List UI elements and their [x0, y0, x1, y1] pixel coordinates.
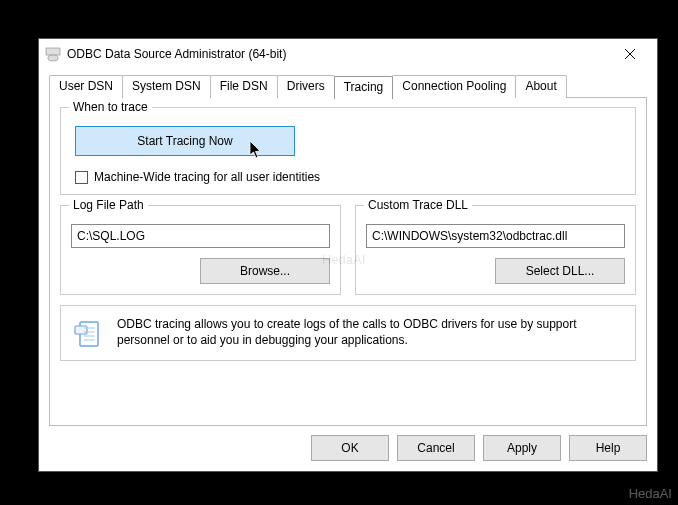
machine-wide-checkbox[interactable] — [75, 171, 88, 184]
start-tracing-button[interactable]: Start Tracing Now — [75, 126, 295, 156]
info-text: ODBC tracing allows you to create logs o… — [117, 316, 623, 348]
app-icon — [45, 46, 61, 62]
client-area: User DSN System DSN File DSN Drivers Tra… — [39, 69, 657, 471]
tab-file-dsn[interactable]: File DSN — [210, 75, 278, 98]
machine-wide-checkbox-row[interactable]: Machine-Wide tracing for all user identi… — [75, 170, 625, 184]
groupbox-custom-trace-dll: Custom Trace DLL Select DLL... — [355, 205, 636, 295]
groupbox-log-file-path: Log File Path Browse... — [60, 205, 341, 295]
window-title: ODBC Data Source Administrator (64-bit) — [67, 47, 609, 61]
custom-trace-dll-input[interactable] — [366, 224, 625, 248]
ok-button[interactable]: OK — [311, 435, 389, 461]
log-file-path-input[interactable] — [71, 224, 330, 248]
cancel-button[interactable]: Cancel — [397, 435, 475, 461]
browse-button[interactable]: Browse... — [200, 258, 330, 284]
groupbox-when-to-trace: When to trace Start Tracing Now Machine-… — [60, 107, 636, 195]
legend-when-to-trace: When to trace — [69, 100, 152, 114]
tab-system-dsn[interactable]: System DSN — [122, 75, 211, 98]
tab-tracing[interactable]: Tracing — [334, 76, 394, 99]
titlebar[interactable]: ODBC Data Source Administrator (64-bit) — [39, 39, 657, 69]
svg-rect-5 — [75, 326, 87, 334]
machine-wide-label: Machine-Wide tracing for all user identi… — [94, 170, 320, 184]
svg-rect-0 — [46, 48, 60, 55]
legend-custom-trace-dll: Custom Trace DLL — [364, 198, 472, 212]
legend-log-file-path: Log File Path — [69, 198, 148, 212]
tab-user-dsn[interactable]: User DSN — [49, 75, 123, 98]
close-button[interactable] — [609, 41, 651, 67]
help-button[interactable]: Help — [569, 435, 647, 461]
tab-about[interactable]: About — [515, 75, 566, 98]
tab-drivers[interactable]: Drivers — [277, 75, 335, 98]
watermark-mid: HedaAI — [322, 252, 365, 267]
dialog-button-bar: OK Cancel Apply Help — [49, 427, 647, 461]
log-icon — [73, 318, 105, 350]
watermark-corner: HedaAI — [629, 486, 672, 501]
info-box: ODBC tracing allows you to create logs o… — [60, 305, 636, 361]
select-dll-button[interactable]: Select DLL... — [495, 258, 625, 284]
apply-button[interactable]: Apply — [483, 435, 561, 461]
tab-connection-pooling[interactable]: Connection Pooling — [392, 75, 516, 98]
tab-strip: User DSN System DSN File DSN Drivers Tra… — [49, 75, 647, 98]
